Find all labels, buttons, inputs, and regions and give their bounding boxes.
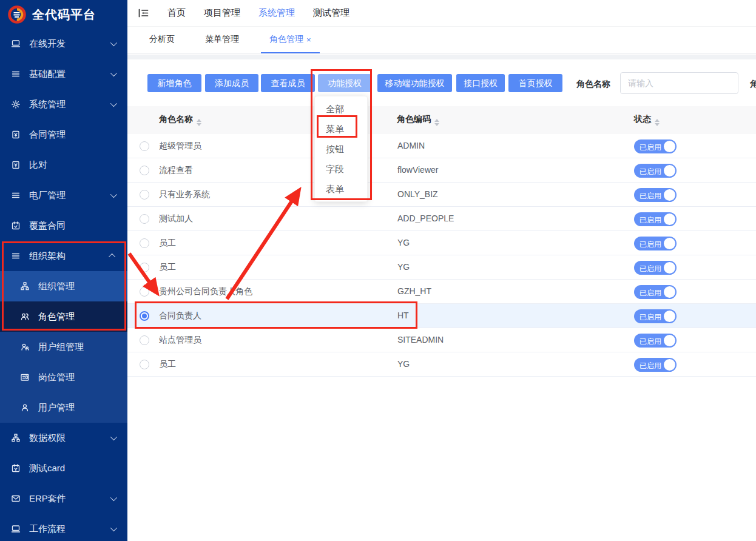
radio-button[interactable] [140, 263, 149, 272]
sidebar-item-compare[interactable]: 比对 [0, 150, 127, 180]
radio-button-checked[interactable] [140, 311, 149, 321]
sidebar-item-post-mgmt[interactable]: 岗位管理 [0, 362, 127, 392]
nav-item-home[interactable]: 首页 [167, 7, 186, 19]
table-row[interactable]: 贵州公司合同负责人角色 GZH_HT 已启用 [127, 280, 756, 304]
add-member-button[interactable]: 添加成员 [205, 74, 258, 92]
sidebar-item-user-group-mgmt[interactable]: 用户组管理 [0, 332, 127, 362]
nav-item-test-mgmt[interactable]: 测试管理 [313, 7, 349, 19]
dropdown-item-field[interactable]: 字段 [315, 159, 367, 179]
role-name-cell: 站点管理员 [159, 335, 201, 346]
role-name-cell: 流程查看 [159, 165, 193, 176]
app-title: 全代码平台 [32, 7, 96, 23]
sidebar-item-org-mgmt[interactable]: 组织管理 [0, 271, 127, 301]
role-code-cell: GZH_HT [397, 286, 431, 296]
table-row[interactable]: 只有业务系统 ONLY_BIZ 已启用 [127, 183, 756, 207]
sidebar-item-label: 角色管理 [38, 311, 75, 323]
status-toggle[interactable]: 已启用 [634, 334, 677, 348]
status-label: 已启用 [640, 288, 661, 298]
radio-button[interactable] [140, 166, 149, 175]
radio-button[interactable] [140, 190, 149, 200]
role-name-cell: 超级管理员 [159, 141, 201, 152]
table-row[interactable]: 测试加人 ADD_PEOPLE 已启用 [127, 207, 756, 231]
radio-button[interactable] [140, 238, 149, 248]
mobile-function-auth-button[interactable]: 移动端功能授权 [377, 74, 452, 92]
status-toggle[interactable]: 已启用 [634, 237, 677, 250]
radio-button[interactable] [140, 335, 149, 345]
column-status[interactable]: 状态 [634, 114, 660, 126]
tab-role-mgmt[interactable]: 角色管理 × [261, 27, 320, 53]
status-toggle[interactable]: 已启用 [634, 285, 677, 299]
role-code-cell: HT [397, 311, 409, 320]
radio-button[interactable] [140, 214, 149, 224]
menu-fold-icon[interactable] [138, 7, 149, 19]
status-toggle[interactable]: 已启用 [634, 212, 677, 226]
dropdown-item-all[interactable]: 全部 [315, 99, 367, 119]
sidebar-item-cover-contract[interactable]: 覆盖合同 [0, 210, 127, 241]
tab-menu-mgmt[interactable]: 菜单管理 [197, 27, 248, 53]
status-toggle[interactable]: 已启用 [634, 261, 677, 275]
user-key-icon [20, 342, 30, 352]
tab-analysis[interactable]: 分析页 [141, 27, 183, 53]
role-name-cell: 合同负责人 [159, 311, 201, 321]
api-auth-button[interactable]: 接口授权 [456, 74, 505, 92]
sidebar-item-base-config[interactable]: 基础配置 [0, 59, 127, 89]
sidebar-item-online-dev[interactable]: 在线开发 [0, 29, 127, 59]
status-toggle[interactable]: 已启用 [634, 358, 677, 372]
home-auth-button[interactable]: 首页授权 [508, 74, 562, 92]
sort-icon[interactable] [197, 119, 201, 126]
role-name-cell: 员工 [159, 238, 176, 249]
sidebar-item-workflow[interactable]: 工作流程 [0, 514, 127, 541]
sidebar-item-erp-suite[interactable]: ERP套件 [0, 483, 127, 514]
sidebar-item-contract-mgmt[interactable]: 合同管理 [0, 119, 127, 150]
sidebar-item-plant-mgmt[interactable]: 电厂管理 [0, 180, 127, 210]
radio-button[interactable] [140, 287, 149, 297]
sort-icon[interactable] [434, 119, 439, 126]
sidebar-item-label: 比对 [29, 160, 118, 171]
radio-button[interactable] [140, 141, 149, 151]
dropdown-item-form[interactable]: 表单 [315, 179, 367, 199]
column-label: 角色编码 [397, 114, 431, 124]
sidebar-item-label: 合同管理 [29, 129, 118, 141]
sidebar-item-data-permission[interactable]: 数据权限 [0, 423, 127, 453]
role-code-cell: YG [397, 359, 410, 369]
sidebar-item-org-structure[interactable]: 组织架构 [0, 241, 127, 271]
table-row[interactable]: 超级管理员 ADMIN 已启用 [127, 134, 756, 158]
logo[interactable]: 全代码平台 [0, 0, 127, 29]
sidebar-item-label: 电厂管理 [29, 190, 110, 201]
status-toggle[interactable]: 已启用 [634, 309, 677, 323]
sidebar-item-system-mgmt[interactable]: 系统管理 [0, 89, 127, 119]
role-name-input[interactable] [620, 72, 738, 94]
column-role-name[interactable]: 角色名称 [159, 114, 201, 126]
status-toggle[interactable]: 已启用 [634, 188, 677, 202]
nav-item-project-mgmt[interactable]: 项目管理 [204, 7, 240, 19]
table-row[interactable]: 流程查看 flowViewer 已启用 [127, 158, 756, 183]
toggle-knob [664, 189, 675, 201]
status-toggle[interactable]: 已启用 [634, 164, 677, 178]
column-label: 状态 [634, 114, 651, 124]
sidebar-item-role-mgmt[interactable]: 角色管理 [0, 301, 127, 332]
radio-button[interactable] [140, 360, 149, 369]
view-members-button[interactable]: 查看成员 [261, 74, 315, 92]
nav-item-system-mgmt[interactable]: 系统管理 [258, 7, 295, 19]
function-auth-button[interactable]: 功能授权 [318, 74, 371, 92]
dropdown-item-button[interactable]: 按钮 [315, 139, 367, 159]
table-row[interactable]: 员工 YG 已启用 [127, 352, 756, 377]
close-icon[interactable]: × [306, 35, 311, 44]
sidebar-item-label: 测试card [29, 463, 118, 474]
table-row[interactable]: 站点管理员 SITEADMIN 已启用 [127, 328, 756, 352]
column-label: 角色名称 [159, 114, 193, 124]
table-row[interactable]: 员工 YG 已启用 [127, 231, 756, 255]
table-row-selected[interactable]: 合同负责人 HT 已启用 [127, 304, 756, 328]
status-toggle[interactable]: 已启用 [634, 139, 677, 153]
sort-icon[interactable] [655, 119, 660, 126]
chevron-down-icon [110, 70, 117, 76]
status-label: 已启用 [640, 167, 661, 177]
dropdown-item-menu[interactable]: 菜单 [315, 119, 367, 139]
role-code-cell: ADD_PEOPLE [397, 213, 454, 223]
table-row[interactable]: 员工 YG 已启用 [127, 255, 756, 280]
sidebar-item-user-mgmt[interactable]: 用户管理 [0, 392, 127, 423]
column-role-code[interactable]: 角色编码 [397, 114, 439, 126]
sidebar-item-test-card[interactable]: 测试card [0, 453, 127, 483]
role-name-cell: 员工 [159, 359, 176, 370]
add-role-button[interactable]: 新增角色 [147, 74, 201, 92]
